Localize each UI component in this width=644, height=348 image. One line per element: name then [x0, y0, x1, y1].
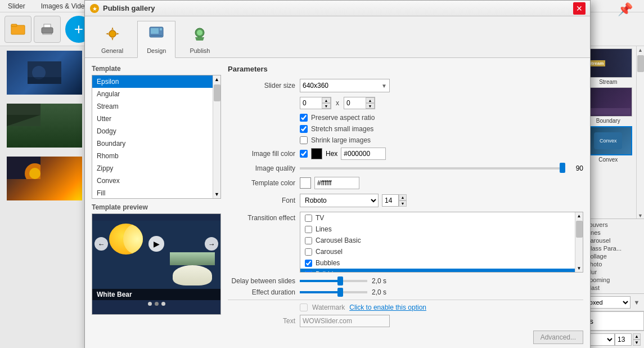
slider-size-control: 640x360 ▼: [300, 79, 583, 92]
height-spin-btns: ▲ ▼: [366, 97, 375, 109]
advanced-button[interactable]: Advanced...: [533, 331, 583, 344]
font-size-input[interactable]: [615, 333, 632, 346]
trans-tv-cb[interactable]: [305, 215, 312, 222]
trans-tv[interactable]: TV: [300, 212, 575, 224]
trans-lines-cb[interactable]: [305, 226, 312, 233]
preview-dot-1[interactable]: [148, 302, 152, 306]
effect-collage[interactable]: Collage: [586, 253, 641, 260]
trans-dribbles-cb[interactable]: [305, 271, 312, 273]
slide-thumb-3[interactable]: [7, 157, 82, 200]
shrink-large-label: Shrink large images: [311, 136, 371, 144]
effect-glasspara[interactable]: Glass Para...: [586, 245, 641, 252]
template-item-epsilon[interactable]: Epsilon: [92, 75, 220, 88]
font-size-field[interactable]: [382, 194, 399, 207]
template-color-hex-input[interactable]: [314, 177, 359, 189]
delay-slider[interactable]: [300, 280, 367, 282]
template-item-dodgy[interactable]: Dodgy: [92, 125, 220, 137]
width-down[interactable]: ▼: [322, 103, 331, 109]
preview-play-btn[interactable]: ▶: [148, 236, 164, 252]
height-input[interactable]: [344, 97, 366, 109]
template-item-zippy[interactable]: Zippy: [92, 162, 220, 175]
template-item-stream[interactable]: Stream: [92, 100, 220, 113]
template-color-label: Template color: [228, 179, 295, 187]
tab-general-label: General: [101, 47, 123, 54]
preserve-aspect-cb[interactable]: [300, 114, 308, 122]
trans-carousel[interactable]: Carousel: [300, 246, 575, 257]
preview-dot-2[interactable]: [155, 302, 159, 306]
transition-scrollbar[interactable]: ▲ ▼: [575, 212, 583, 272]
effect-louvers[interactable]: Louvers: [586, 221, 641, 228]
template-item-convex[interactable]: Convex: [92, 175, 220, 187]
template-item-rhomb[interactable]: Rhomb: [92, 150, 220, 162]
effect-blast[interactable]: Blast: [586, 284, 641, 291]
trans-carousel-basic[interactable]: Carousel Basic: [300, 235, 575, 246]
slide-thumb-2[interactable]: [7, 104, 82, 148]
template-color-swatch[interactable]: [300, 177, 311, 189]
slider-size-select[interactable]: 640x360 ▼: [300, 79, 390, 92]
dialog-close-button[interactable]: ✕: [573, 2, 586, 15]
shrink-large-cb[interactable]: [300, 136, 308, 144]
template-item-fill[interactable]: Fill: [92, 187, 220, 198]
text-input[interactable]: [300, 315, 390, 327]
height-up[interactable]: ▲: [366, 97, 375, 103]
effect-photo[interactable]: Photo: [586, 261, 641, 267]
tab-design[interactable]: Design: [137, 21, 175, 58]
bear-area: [170, 252, 215, 289]
trans-dribbles[interactable]: Dribbles: [300, 269, 575, 272]
tab-publish[interactable]: Publish: [180, 21, 219, 57]
template-item-boundary[interactable]: Boundary: [92, 137, 220, 150]
stretch-small-row: Stretch small images: [300, 125, 583, 133]
trans-carousel-cb[interactable]: [305, 248, 312, 256]
fill-color-label: Image fill color: [228, 150, 295, 158]
expand-btn[interactable]: ▼: [633, 299, 641, 306]
print-button[interactable]: [34, 16, 61, 43]
slides-panel: [0, 46, 89, 348]
template-color-control: [300, 177, 359, 189]
svg-point-22: [197, 30, 202, 35]
menu-slider[interactable]: Slider: [4, 1, 29, 11]
preview-nav-left[interactable]: ←: [94, 237, 108, 251]
effect-zooming[interactable]: Zooming: [586, 276, 641, 283]
publish-gallery-dialog: ★ Publish gallery ✕ General Design: [84, 0, 591, 348]
font-select[interactable]: Roboto Arial Verdana: [300, 194, 379, 207]
preview-dot-3[interactable]: [161, 302, 165, 306]
dialog-titlebar: ★ Publish gallery ✕: [85, 1, 590, 16]
preview-nav-right[interactable]: →: [205, 237, 218, 251]
font-control: Roboto Arial Verdana ▲ ▼: [300, 194, 407, 207]
trans-bubbles-cb[interactable]: [305, 260, 312, 267]
trans-lines[interactable]: Lines: [300, 224, 575, 235]
lemon-shape: [109, 224, 143, 255]
font-size-up-btn[interactable]: ▲: [399, 194, 407, 200]
template-list: Epsilon Angular Stream Utter Dodgy Bound…: [92, 75, 220, 198]
stretch-small-label: Stretch small images: [311, 125, 373, 133]
general-tab-icon: [103, 25, 121, 46]
watermark-cb[interactable]: [300, 304, 308, 311]
height-down[interactable]: ▼: [366, 103, 375, 109]
duration-slider[interactable]: [300, 291, 367, 293]
open-button[interactable]: [4, 16, 31, 43]
stream-thumb-img: Stream: [584, 48, 632, 78]
font-size-down[interactable]: ▼: [633, 340, 641, 346]
template-scrollbar[interactable]: ▲ ▼: [213, 75, 220, 198]
effect-carousel[interactable]: Carousel: [586, 237, 641, 244]
trans-carouselbasic-cb[interactable]: [305, 237, 312, 244]
image-quality-slider[interactable]: [300, 167, 565, 169]
fill-color-swatch[interactable]: [311, 148, 322, 159]
template-item-utter[interactable]: Utter: [92, 113, 220, 125]
fill-color-cb[interactable]: [300, 150, 308, 158]
stretch-small-cb[interactable]: [300, 125, 308, 133]
width-up[interactable]: ▲: [322, 97, 331, 103]
watermark-enable-link[interactable]: Click to enable this option: [349, 304, 426, 311]
effect-blur[interactable]: Blur: [586, 269, 641, 275]
width-input[interactable]: [300, 97, 322, 109]
trans-bubbles[interactable]: Bubbles: [300, 257, 575, 269]
fill-color-hex-input[interactable]: [341, 148, 386, 160]
right-scrollbar[interactable]: ▲ ▼: [636, 46, 644, 218]
slide-thumb-1[interactable]: [7, 51, 82, 95]
effect-lines[interactable]: Lines: [586, 229, 641, 236]
font-size-up[interactable]: ▲: [633, 333, 641, 340]
tab-general[interactable]: General: [92, 21, 133, 57]
preserve-aspect-label: Preserve aspect ratio: [311, 114, 375, 122]
font-size-down-btn[interactable]: ▼: [399, 200, 407, 207]
template-item-angular[interactable]: Angular: [92, 88, 220, 100]
